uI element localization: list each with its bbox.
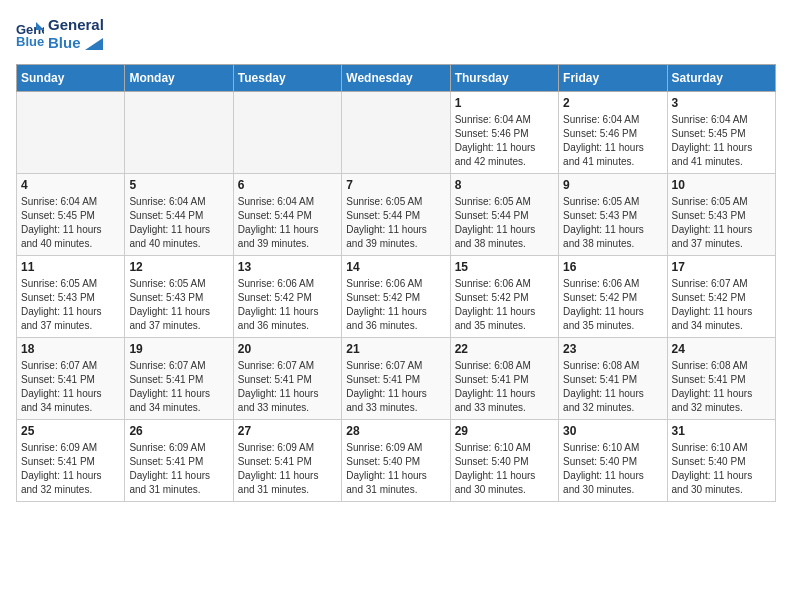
calendar-day-cell: 20Sunrise: 6:07 AM Sunset: 5:41 PM Dayli… [233, 338, 341, 420]
calendar-body: 1Sunrise: 6:04 AM Sunset: 5:46 PM Daylig… [17, 92, 776, 502]
day-of-week-header: Monday [125, 65, 233, 92]
day-number: 16 [563, 260, 662, 274]
day-info: Sunrise: 6:04 AM Sunset: 5:45 PM Dayligh… [672, 113, 771, 169]
day-of-week-header: Thursday [450, 65, 558, 92]
calendar-day-cell: 6Sunrise: 6:04 AM Sunset: 5:44 PM Daylig… [233, 174, 341, 256]
day-number: 10 [672, 178, 771, 192]
day-of-week-header: Tuesday [233, 65, 341, 92]
calendar-week-row: 1Sunrise: 6:04 AM Sunset: 5:46 PM Daylig… [17, 92, 776, 174]
day-info: Sunrise: 6:10 AM Sunset: 5:40 PM Dayligh… [672, 441, 771, 497]
calendar-day-cell: 28Sunrise: 6:09 AM Sunset: 5:40 PM Dayli… [342, 420, 450, 502]
day-info: Sunrise: 6:08 AM Sunset: 5:41 PM Dayligh… [563, 359, 662, 415]
day-number: 31 [672, 424, 771, 438]
calendar-day-cell: 29Sunrise: 6:10 AM Sunset: 5:40 PM Dayli… [450, 420, 558, 502]
day-number: 24 [672, 342, 771, 356]
day-info: Sunrise: 6:10 AM Sunset: 5:40 PM Dayligh… [455, 441, 554, 497]
calendar-day-cell: 3Sunrise: 6:04 AM Sunset: 5:45 PM Daylig… [667, 92, 775, 174]
day-info: Sunrise: 6:05 AM Sunset: 5:43 PM Dayligh… [129, 277, 228, 333]
day-of-week-header: Wednesday [342, 65, 450, 92]
day-info: Sunrise: 6:10 AM Sunset: 5:40 PM Dayligh… [563, 441, 662, 497]
calendar-day-cell: 5Sunrise: 6:04 AM Sunset: 5:44 PM Daylig… [125, 174, 233, 256]
calendar-day-cell: 30Sunrise: 6:10 AM Sunset: 5:40 PM Dayli… [559, 420, 667, 502]
calendar-day-cell [233, 92, 341, 174]
calendar-day-cell: 8Sunrise: 6:05 AM Sunset: 5:44 PM Daylig… [450, 174, 558, 256]
day-info: Sunrise: 6:08 AM Sunset: 5:41 PM Dayligh… [455, 359, 554, 415]
day-info: Sunrise: 6:06 AM Sunset: 5:42 PM Dayligh… [346, 277, 445, 333]
day-info: Sunrise: 6:07 AM Sunset: 5:41 PM Dayligh… [346, 359, 445, 415]
day-number: 14 [346, 260, 445, 274]
calendar-week-row: 4Sunrise: 6:04 AM Sunset: 5:45 PM Daylig… [17, 174, 776, 256]
day-number: 13 [238, 260, 337, 274]
day-number: 5 [129, 178, 228, 192]
day-info: Sunrise: 6:07 AM Sunset: 5:42 PM Dayligh… [672, 277, 771, 333]
calendar-day-cell: 11Sunrise: 6:05 AM Sunset: 5:43 PM Dayli… [17, 256, 125, 338]
day-number: 2 [563, 96, 662, 110]
day-number: 28 [346, 424, 445, 438]
day-number: 7 [346, 178, 445, 192]
calendar-day-cell: 4Sunrise: 6:04 AM Sunset: 5:45 PM Daylig… [17, 174, 125, 256]
day-number: 12 [129, 260, 228, 274]
day-number: 18 [21, 342, 120, 356]
calendar-day-cell: 10Sunrise: 6:05 AM Sunset: 5:43 PM Dayli… [667, 174, 775, 256]
day-number: 26 [129, 424, 228, 438]
day-number: 21 [346, 342, 445, 356]
day-info: Sunrise: 6:04 AM Sunset: 5:45 PM Dayligh… [21, 195, 120, 251]
logo-triangle-icon [85, 38, 103, 50]
calendar-week-row: 25Sunrise: 6:09 AM Sunset: 5:41 PM Dayli… [17, 420, 776, 502]
calendar-day-cell: 17Sunrise: 6:07 AM Sunset: 5:42 PM Dayli… [667, 256, 775, 338]
day-info: Sunrise: 6:04 AM Sunset: 5:44 PM Dayligh… [238, 195, 337, 251]
day-info: Sunrise: 6:04 AM Sunset: 5:46 PM Dayligh… [455, 113, 554, 169]
day-of-week-header: Saturday [667, 65, 775, 92]
calendar-day-cell: 2Sunrise: 6:04 AM Sunset: 5:46 PM Daylig… [559, 92, 667, 174]
days-of-week-row: SundayMondayTuesdayWednesdayThursdayFrid… [17, 65, 776, 92]
day-info: Sunrise: 6:08 AM Sunset: 5:41 PM Dayligh… [672, 359, 771, 415]
calendar-day-cell: 13Sunrise: 6:06 AM Sunset: 5:42 PM Dayli… [233, 256, 341, 338]
calendar-day-cell [17, 92, 125, 174]
day-info: Sunrise: 6:05 AM Sunset: 5:44 PM Dayligh… [455, 195, 554, 251]
day-number: 9 [563, 178, 662, 192]
day-number: 17 [672, 260, 771, 274]
calendar-day-cell: 16Sunrise: 6:06 AM Sunset: 5:42 PM Dayli… [559, 256, 667, 338]
calendar-day-cell: 12Sunrise: 6:05 AM Sunset: 5:43 PM Dayli… [125, 256, 233, 338]
calendar-day-cell: 26Sunrise: 6:09 AM Sunset: 5:41 PM Dayli… [125, 420, 233, 502]
day-number: 1 [455, 96, 554, 110]
day-number: 15 [455, 260, 554, 274]
day-number: 6 [238, 178, 337, 192]
day-number: 25 [21, 424, 120, 438]
calendar-week-row: 11Sunrise: 6:05 AM Sunset: 5:43 PM Dayli… [17, 256, 776, 338]
calendar-day-cell: 23Sunrise: 6:08 AM Sunset: 5:41 PM Dayli… [559, 338, 667, 420]
calendar-table: SundayMondayTuesdayWednesdayThursdayFrid… [16, 64, 776, 502]
day-info: Sunrise: 6:06 AM Sunset: 5:42 PM Dayligh… [238, 277, 337, 333]
calendar-day-cell: 14Sunrise: 6:06 AM Sunset: 5:42 PM Dayli… [342, 256, 450, 338]
day-number: 8 [455, 178, 554, 192]
day-info: Sunrise: 6:04 AM Sunset: 5:46 PM Dayligh… [563, 113, 662, 169]
day-number: 27 [238, 424, 337, 438]
calendar-day-cell: 31Sunrise: 6:10 AM Sunset: 5:40 PM Dayli… [667, 420, 775, 502]
day-info: Sunrise: 6:05 AM Sunset: 5:43 PM Dayligh… [563, 195, 662, 251]
calendar-day-cell: 21Sunrise: 6:07 AM Sunset: 5:41 PM Dayli… [342, 338, 450, 420]
day-info: Sunrise: 6:04 AM Sunset: 5:44 PM Dayligh… [129, 195, 228, 251]
calendar-day-cell [342, 92, 450, 174]
calendar-day-cell: 19Sunrise: 6:07 AM Sunset: 5:41 PM Dayli… [125, 338, 233, 420]
day-info: Sunrise: 6:05 AM Sunset: 5:44 PM Dayligh… [346, 195, 445, 251]
day-of-week-header: Friday [559, 65, 667, 92]
logo: General Blue General Blue [16, 16, 104, 52]
calendar-day-cell: 24Sunrise: 6:08 AM Sunset: 5:41 PM Dayli… [667, 338, 775, 420]
calendar-day-cell: 27Sunrise: 6:09 AM Sunset: 5:41 PM Dayli… [233, 420, 341, 502]
calendar-day-cell: 9Sunrise: 6:05 AM Sunset: 5:43 PM Daylig… [559, 174, 667, 256]
day-number: 11 [21, 260, 120, 274]
day-info: Sunrise: 6:09 AM Sunset: 5:40 PM Dayligh… [346, 441, 445, 497]
day-info: Sunrise: 6:09 AM Sunset: 5:41 PM Dayligh… [21, 441, 120, 497]
page-header: General Blue General Blue [16, 16, 776, 52]
day-number: 19 [129, 342, 228, 356]
day-number: 30 [563, 424, 662, 438]
day-number: 23 [563, 342, 662, 356]
calendar-week-row: 18Sunrise: 6:07 AM Sunset: 5:41 PM Dayli… [17, 338, 776, 420]
day-info: Sunrise: 6:05 AM Sunset: 5:43 PM Dayligh… [672, 195, 771, 251]
day-number: 29 [455, 424, 554, 438]
calendar-day-cell: 22Sunrise: 6:08 AM Sunset: 5:41 PM Dayli… [450, 338, 558, 420]
svg-marker-3 [85, 38, 103, 50]
calendar-day-cell: 1Sunrise: 6:04 AM Sunset: 5:46 PM Daylig… [450, 92, 558, 174]
day-number: 22 [455, 342, 554, 356]
day-number: 4 [21, 178, 120, 192]
